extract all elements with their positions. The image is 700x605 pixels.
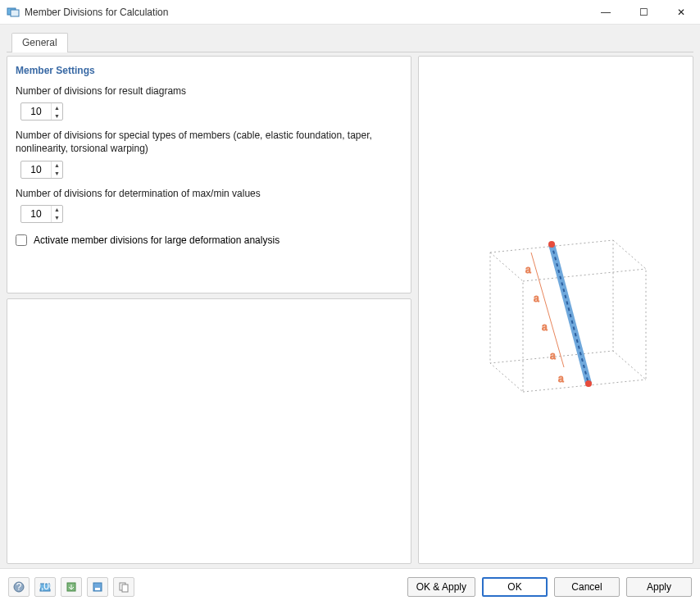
titlebar: Member Divisions for Calculation — ☐ ✕ [0,0,700,25]
app-icon [7,6,20,19]
copy-button[interactable] [113,577,134,597]
minimize-button[interactable]: — [587,0,625,25]
dialog-body: General Member Settings Number of divisi… [0,25,700,568]
spinner-down-icon[interactable]: ▼ [52,111,62,120]
window-controls: — ☐ ✕ [587,0,700,25]
tabstrip: General [7,31,693,52]
window-title: Member Divisions for Calculation [25,7,587,18]
section-title: Member Settings [16,65,402,76]
label-divisions-special: Number of divisions for special types of… [16,129,402,155]
spinner-down-icon[interactable]: ▼ [52,170,62,178]
svg-text:0,00: 0,00 [39,581,51,592]
svg-text:a: a [550,350,556,362]
svg-text:a: a [534,293,539,304]
spinner-up-icon[interactable]: ▲ [52,103,62,111]
save-button[interactable] [87,577,108,597]
close-button[interactable]: ✕ [662,0,700,25]
units-button[interactable]: 0,00 [34,577,56,597]
input-divisions-result[interactable] [21,104,51,119]
help-icon: ? [13,581,25,593]
lower-left-panel [7,298,411,564]
svg-text:a: a [525,264,531,275]
units-icon: 0,00 [39,581,51,593]
svg-line-8 [548,310,556,339]
label-divisions-maxmin: Number of divisions for determination of… [16,187,402,200]
preview-panel: a a a a a [418,56,693,564]
input-divisions-special[interactable] [21,162,51,177]
svg-line-9 [556,339,564,367]
input-divisions-maxmin[interactable] [21,207,51,221]
cancel-button[interactable]: Cancel [554,577,620,597]
member-preview-icon: a a a a a [449,203,662,416]
checkbox-large-deformation[interactable] [16,234,27,246]
content-area: Member Settings Number of divisions for … [7,56,693,564]
save-icon [92,581,103,593]
svg-rect-23 [122,585,128,592]
member-settings-panel: Member Settings Number of divisions for … [7,56,411,293]
spinner-up-icon[interactable]: ▲ [52,206,62,214]
svg-point-4 [548,241,555,248]
svg-line-6 [531,252,539,281]
import-icon [66,581,77,593]
checkbox-row-large-deformation[interactable]: Activate member divisions for large defo… [16,234,402,246]
spinner-down-icon[interactable]: ▼ [52,214,62,222]
svg-point-5 [585,380,592,387]
copy-icon [118,581,130,593]
apply-button[interactable]: Apply [626,577,692,597]
label-divisions-result: Number of divisions for result diagrams [16,84,402,98]
footer-buttons: OK & Apply OK Cancel Apply [407,577,692,597]
import-button[interactable] [61,577,82,597]
spinner-divisions-special[interactable]: ▲ ▼ [20,161,63,179]
footer-toolbar: ? 0,00 [8,577,134,597]
help-button[interactable]: ? [8,577,30,597]
svg-rect-1 [11,10,19,16]
ok-button[interactable]: OK [482,577,548,597]
left-column: Member Settings Number of divisions for … [7,56,411,564]
svg-rect-21 [95,588,100,590]
right-column: a a a a a [418,56,693,564]
svg-line-7 [539,281,548,310]
tab-general[interactable]: General [11,33,68,52]
spinner-divisions-maxmin[interactable]: ▲ ▼ [20,205,63,223]
label-large-deformation: Activate member divisions for large defo… [34,234,280,246]
ok-apply-button[interactable]: OK & Apply [407,577,475,597]
svg-text:a: a [558,373,564,384]
svg-text:?: ? [16,581,22,593]
svg-text:a: a [542,321,548,333]
footer: ? 0,00 OK & Apply OK Cancel Apply [0,568,700,604]
maximize-button[interactable]: ☐ [625,0,662,25]
spinner-divisions-result[interactable]: ▲ ▼ [20,102,63,121]
spinner-up-icon[interactable]: ▲ [52,161,62,170]
